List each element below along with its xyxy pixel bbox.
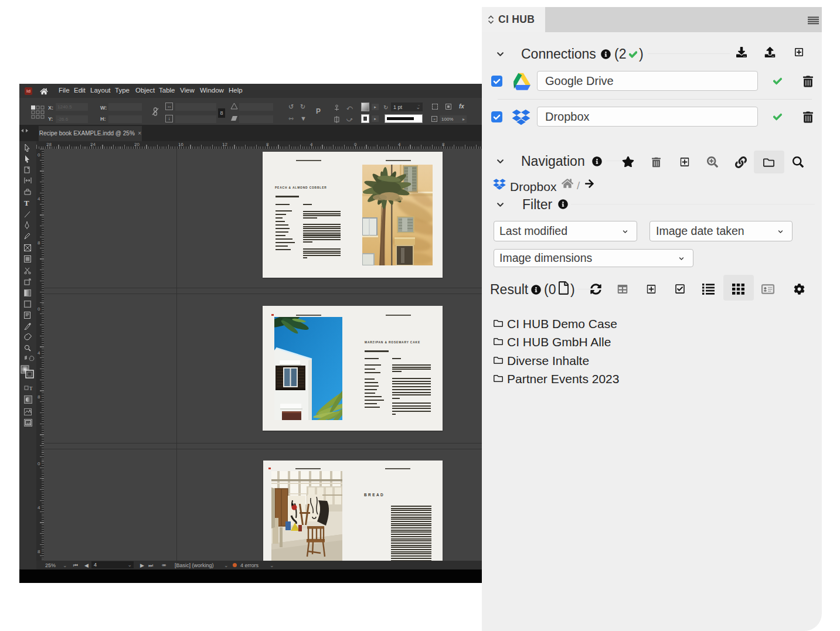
svg-text:T: T: [29, 386, 33, 391]
